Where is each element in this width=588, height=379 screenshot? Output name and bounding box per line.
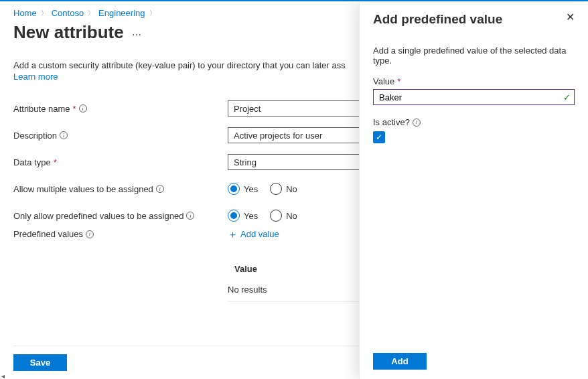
multi-yes-radio[interactable]: Yes: [228, 183, 258, 195]
radio-label: Yes: [244, 211, 258, 221]
radio-label: No: [286, 211, 297, 221]
is-active-label: Is active?: [373, 117, 410, 127]
plus-icon: ＋: [228, 229, 238, 239]
close-icon[interactable]: ✕: [566, 12, 575, 23]
chevron-right-icon: 〉: [41, 9, 48, 18]
panel-value-label: Value: [373, 76, 394, 86]
checkmark-icon: ✓: [563, 92, 571, 102]
chevron-right-icon: 〉: [149, 9, 156, 18]
panel-add-button[interactable]: Add: [373, 353, 427, 370]
scroll-left-icon[interactable]: ◂: [1, 372, 8, 378]
panel-description: Add a single predefined value of the sel…: [373, 46, 575, 66]
info-icon[interactable]: i: [60, 131, 68, 139]
save-button[interactable]: Save: [13, 354, 67, 371]
info-icon[interactable]: i: [186, 212, 194, 220]
add-value-link[interactable]: ＋ Add value: [228, 229, 279, 239]
predef-label: Only allow predefined values to be assig…: [13, 211, 183, 221]
attribute-name-label: Attribute name: [13, 104, 70, 114]
breadcrumb-engineering[interactable]: Engineering: [98, 8, 145, 18]
info-icon[interactable]: i: [79, 104, 87, 112]
add-predefined-value-panel: Add predefined value ✕ Add a single pred…: [359, 3, 588, 379]
radio-label: Yes: [244, 184, 258, 194]
breadcrumb-home[interactable]: Home: [13, 8, 37, 18]
more-actions-icon[interactable]: ⋯: [132, 29, 142, 40]
info-icon[interactable]: i: [413, 119, 421, 127]
breadcrumb-contoso[interactable]: Contoso: [52, 8, 84, 18]
panel-title: Add predefined value: [373, 12, 502, 27]
required-star: *: [73, 104, 76, 114]
required-star: *: [397, 76, 400, 86]
page-title: New attribute: [13, 22, 124, 43]
chevron-right-icon: 〉: [88, 9, 94, 18]
description-label: Description: [13, 131, 57, 141]
predef-no-radio[interactable]: No: [270, 210, 297, 222]
info-icon[interactable]: i: [86, 230, 94, 238]
required-star: *: [54, 157, 57, 167]
info-icon[interactable]: i: [156, 185, 164, 193]
multi-no-radio[interactable]: No: [270, 183, 297, 195]
radio-label: No: [286, 184, 297, 194]
panel-value-input[interactable]: [373, 89, 575, 105]
datatype-label: Data type: [13, 157, 51, 167]
add-value-text: Add value: [240, 229, 279, 239]
predef-values-label: Predefined values: [13, 229, 83, 239]
is-active-checkbox[interactable]: ✓: [373, 131, 385, 143]
predef-yes-radio[interactable]: Yes: [228, 210, 258, 222]
multi-label: Allow multiple values to be assigned: [13, 184, 153, 194]
